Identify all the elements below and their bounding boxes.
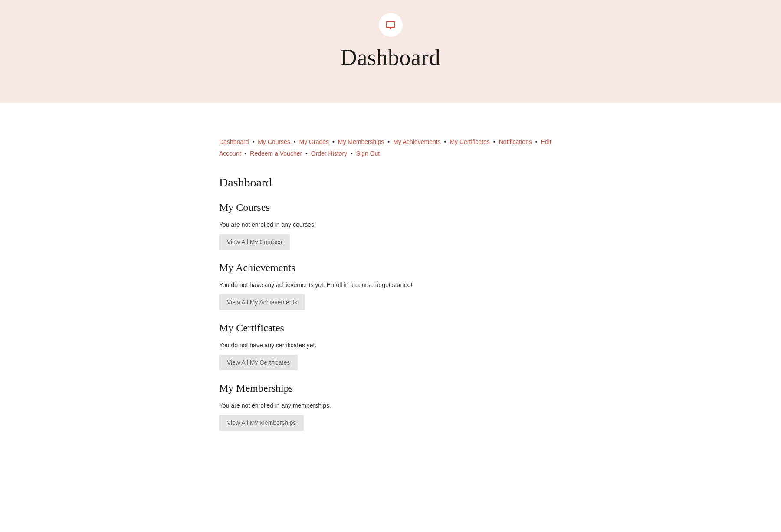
section-heading-my-courses: My Courses <box>219 202 562 213</box>
nav-separator: • <box>386 138 391 145</box>
section-my-certificates: My CertificatesYou do not have any certi… <box>219 322 562 370</box>
view-all-button-my-achievements[interactable]: View All My Achievements <box>219 294 305 310</box>
nav-link-my-achievements[interactable]: My Achievements <box>393 138 441 145</box>
monitor-icon <box>385 20 396 30</box>
nav-separator: • <box>304 150 309 157</box>
nav-link-order-history[interactable]: Order History <box>311 150 347 157</box>
section-my-memberships: My MembershipsYou are not enrolled in an… <box>219 382 562 431</box>
nav-link-sign-out[interactable]: Sign Out <box>356 150 380 157</box>
view-all-button-my-certificates[interactable]: View All My Certificates <box>219 355 298 370</box>
section-heading-my-achievements: My Achievements <box>219 262 562 274</box>
section-heading-my-memberships: My Memberships <box>219 382 562 394</box>
section-my-achievements: My AchievementsYou do not have any achie… <box>219 262 562 310</box>
nav-link-redeem-a-voucher[interactable]: Redeem a Voucher <box>250 150 302 157</box>
hero-icon-circle <box>379 13 403 37</box>
nav-separator: • <box>349 150 354 157</box>
nav-link-my-memberships[interactable]: My Memberships <box>338 138 384 145</box>
section-text-my-memberships: You are not enrolled in any memberships. <box>219 402 562 409</box>
view-all-button-my-memberships[interactable]: View All My Memberships <box>219 415 304 431</box>
svg-rect-0 <box>386 22 395 27</box>
section-heading-my-certificates: My Certificates <box>219 322 562 334</box>
nav-separator: • <box>492 138 497 145</box>
section-text-my-courses: You are not enrolled in any courses. <box>219 221 562 228</box>
nav-separator: • <box>443 138 448 145</box>
nav-separator: • <box>251 138 256 145</box>
nav-separator: • <box>534 138 539 145</box>
nav-link-my-grades[interactable]: My Grades <box>299 138 329 145</box>
nav-separator: • <box>331 138 336 145</box>
section-my-courses: My CoursesYou are not enrolled in any co… <box>219 202 562 250</box>
section-text-my-certificates: You do not have any certificates yet. <box>219 342 562 349</box>
section-text-my-achievements: You do not have any achievements yet. En… <box>219 281 562 288</box>
nav-link-my-courses[interactable]: My Courses <box>258 138 290 145</box>
nav-separator: • <box>243 150 249 157</box>
nav-link-dashboard[interactable]: Dashboard <box>219 138 249 145</box>
nav-link-notifications[interactable]: Notifications <box>499 138 532 145</box>
view-all-button-my-courses[interactable]: View All My Courses <box>219 234 290 250</box>
nav-separator: • <box>292 138 298 145</box>
nav-links: Dashboard • My Courses • My Grades • My … <box>219 136 562 159</box>
nav-link-my-certificates[interactable]: My Certificates <box>450 138 490 145</box>
hero-title: Dashboard <box>0 45 781 70</box>
hero-banner: Dashboard <box>0 0 781 103</box>
content-container: Dashboard • My Courses • My Grades • My … <box>210 103 571 469</box>
page-title: Dashboard <box>219 176 562 189</box>
